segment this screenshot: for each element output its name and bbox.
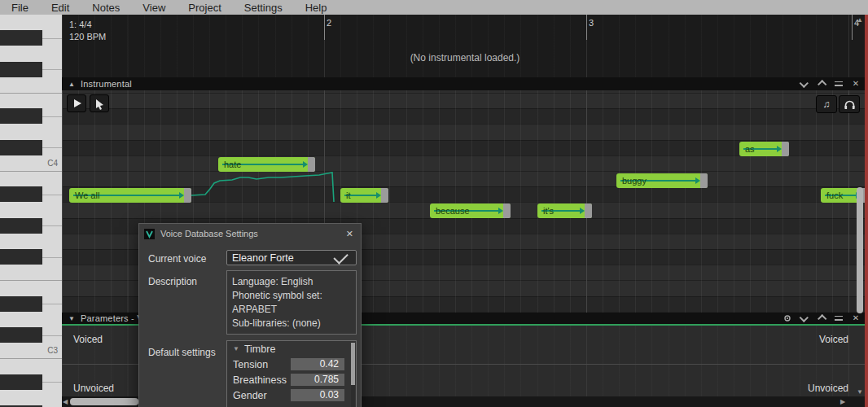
play-button[interactable] (67, 94, 86, 112)
chevron-down-icon[interactable] (800, 313, 809, 323)
note-tail-handle[interactable] (700, 173, 708, 188)
settings-scrollbar-thumb[interactable] (351, 343, 355, 385)
current-voice-select[interactable]: Eleanor Forte (226, 250, 357, 265)
note-lyric: as (745, 144, 755, 154)
close-icon[interactable]: ✕ (851, 79, 861, 89)
note[interactable]: because (430, 204, 511, 218)
white-key-separator (42, 195, 62, 195)
no-instrumental-message: (No instrumental loaded.) (331, 52, 599, 63)
current-voice-label: Current voice (148, 253, 206, 265)
close-icon[interactable]: ✕ (851, 313, 861, 323)
note[interactable]: it's (537, 204, 592, 218)
note-tail-handle[interactable] (503, 204, 511, 218)
note[interactable]: hate (218, 157, 315, 172)
timbre-group-header[interactable]: ▼ Timbre (227, 341, 356, 357)
note-arrow-icon (580, 208, 585, 214)
note[interactable]: We all (69, 188, 191, 203)
menu-item-project[interactable]: Project (177, 2, 232, 14)
gear-icon[interactable] (783, 313, 792, 323)
note-tail-handle[interactable] (308, 157, 315, 172)
dock-icon[interactable] (834, 79, 844, 89)
menu-item-view[interactable]: View (131, 2, 177, 14)
parameter-track-label: Unvoiced (808, 383, 848, 394)
note-lyric: buggy (622, 176, 647, 186)
current-voice-value: Eleanor Forte (227, 252, 294, 264)
scroll-down-arrow[interactable]: ▼ (857, 388, 863, 396)
param-value-field[interactable]: 0.03 (291, 389, 344, 401)
note-arrow-icon (777, 146, 782, 152)
grid-row (62, 155, 868, 171)
piano-key-black[interactable] (0, 30, 42, 46)
track-mode-button[interactable]: ♫ (816, 95, 837, 113)
note-tail-handle[interactable] (782, 142, 789, 156)
window-right-edge (865, 15, 868, 407)
dialog-close-icon[interactable]: ✕ (346, 229, 353, 239)
monitor-button[interactable] (839, 95, 860, 113)
chevron-down-icon (333, 249, 348, 264)
note[interactable]: as (739, 142, 789, 156)
scroll-right-arrow[interactable]: ▶ (840, 398, 845, 406)
scroll-up-arrow[interactable]: ▲ (857, 16, 863, 24)
piano-key-black[interactable] (0, 374, 42, 390)
horizontal-scrollbar-thumb[interactable] (70, 398, 138, 405)
vertical-scrollbar-thumb[interactable] (857, 187, 863, 313)
note[interactable]: buggy (616, 173, 708, 188)
piano-key-black[interactable] (0, 140, 42, 155)
menu-bar: FileEditNotesViewProjectSettingsHelp (0, 0, 868, 15)
dock-icon[interactable] (834, 313, 844, 323)
note-arrow-icon (695, 177, 700, 184)
white-key-separator (0, 280, 62, 281)
menu-item-notes[interactable]: Notes (81, 2, 131, 14)
menu-item-file[interactable]: File (0, 2, 40, 14)
menu-item-help[interactable]: Help (294, 2, 339, 14)
chevron-down-icon[interactable] (800, 79, 809, 89)
param-name: Tension (233, 359, 268, 370)
white-key-separator (42, 225, 62, 226)
param-name: Gender (233, 390, 267, 401)
param-name: Breathiness (233, 374, 287, 386)
collapse-down-icon[interactable]: ▼ (68, 315, 75, 322)
octave-label: C3 (47, 346, 58, 355)
note-tail-handle[interactable] (381, 188, 388, 203)
param-value-field[interactable]: 0.785 (291, 374, 344, 386)
scroll-left-arrow[interactable]: ◀ (63, 398, 68, 406)
default-settings-box[interactable]: ▼ Timbre Tension0.42Breathiness0.785Gend… (226, 340, 357, 407)
piano-key-black[interactable] (0, 296, 42, 312)
settings-rows: ▼ Timbre Tension0.42Breathiness0.785Gend… (227, 341, 356, 403)
piano-key-black[interactable] (0, 62, 42, 77)
default-settings-label: Default settings (148, 347, 216, 358)
tempo-label: 120 BPM (69, 32, 106, 42)
param-value-field[interactable]: 0.42 (291, 358, 344, 370)
piano-key-black[interactable] (0, 249, 42, 265)
instrumental-panel-header[interactable]: ▲ Instrumental ✕ (62, 77, 868, 90)
note[interactable]: it (340, 188, 388, 203)
collapse-up-icon[interactable]: ▲ (68, 81, 75, 88)
menu-item-edit[interactable]: Edit (40, 2, 81, 14)
white-key-separator (0, 93, 62, 94)
dialog-title-bar[interactable]: Voice Database Settings ✕ (139, 224, 361, 243)
settings-scrollbar[interactable] (351, 342, 355, 407)
piano-key-black[interactable] (0, 218, 42, 234)
piano-key-black[interactable] (0, 108, 42, 124)
measure-number: 2 (327, 18, 331, 28)
piano-key-black[interactable] (0, 327, 42, 343)
grid-row (62, 124, 868, 139)
piano-key-black[interactable] (0, 186, 42, 202)
pointer-tool-button[interactable] (90, 94, 109, 112)
white-key-separator (42, 382, 62, 383)
piano-keyboard[interactable]: C4C3 (0, 15, 62, 407)
headphones-icon (844, 99, 856, 110)
note-lyric: fuck (826, 190, 843, 200)
chevron-up-icon[interactable] (817, 79, 826, 89)
note-tail-handle[interactable] (184, 188, 191, 203)
voice-database-settings-dialog[interactable]: Voice Database Settings ✕ Current voice … (138, 223, 362, 407)
chevron-up-icon[interactable] (817, 313, 826, 323)
arrangement-timeline[interactable]: 1: 4/4 120 BPM (No instrumental loaded.)… (62, 15, 868, 77)
measure-line (586, 15, 587, 40)
note-lyric: We all (75, 190, 99, 200)
note-tail-handle[interactable] (585, 204, 592, 218)
menu-item-settings[interactable]: Settings (233, 2, 294, 14)
cursor-icon (94, 98, 106, 110)
note-lyric: because (436, 206, 470, 216)
parameter-track-label: Voiced (819, 334, 848, 345)
